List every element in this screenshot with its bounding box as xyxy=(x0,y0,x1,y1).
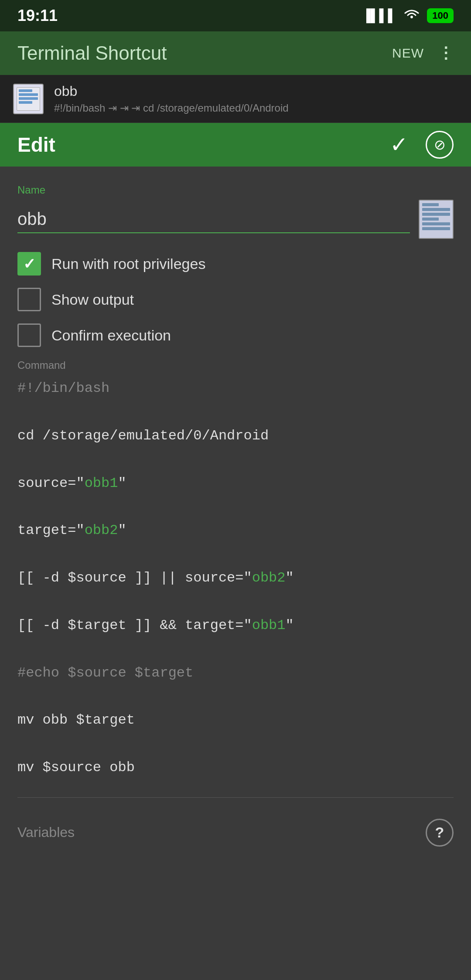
variables-label: Variables xyxy=(17,824,75,840)
divider xyxy=(17,797,454,798)
shortcut-item-script: #!/bin/bash ⇥ ⇥ ⇥ cd /storage/emulated/0… xyxy=(54,102,447,114)
show-output-checkbox[interactable] xyxy=(17,288,41,311)
confirm-execution-checkbox[interactable] xyxy=(17,323,41,347)
command-line: mv $source obb xyxy=(17,756,454,779)
status-bar: 19:11 ▐▌▌▌ 100 xyxy=(0,0,471,31)
run-root-checkbox[interactable]: ✓ xyxy=(17,252,41,276)
edit-actions: ✓ ⊘ xyxy=(390,131,454,159)
new-button[interactable]: NEW xyxy=(392,46,424,61)
command-line: #echo $source $target xyxy=(17,661,454,685)
cancel-button[interactable]: ⊘ xyxy=(426,131,454,159)
checkmark-icon: ✓ xyxy=(23,255,35,272)
shortcut-item-text: obb #!/bin/bash ⇥ ⇥ ⇥ cd /storage/emulat… xyxy=(54,83,458,114)
run-root-row[interactable]: ✓ Run with root privileges xyxy=(17,252,454,276)
show-output-row[interactable]: Show output xyxy=(17,288,454,311)
app-bar: Terminal Shortcut NEW ⋮ xyxy=(0,31,471,75)
edit-bar: Edit ✓ ⊘ xyxy=(0,123,471,167)
confirm-execution-row[interactable]: Confirm execution xyxy=(17,323,454,347)
command-area[interactable]: #!/bin/bash cd /storage/emulated/0/Andro… xyxy=(17,377,454,789)
command-line: [[ -d $target ]] && target="obb1" xyxy=(17,614,454,637)
command-line xyxy=(17,400,454,424)
wifi-icon xyxy=(403,8,420,24)
command-label: Command xyxy=(17,359,454,371)
command-line: [[ -d $source ]] || source="obb2" xyxy=(17,566,454,590)
name-input[interactable] xyxy=(17,206,410,233)
status-icons: ▐▌▌▌ 100 xyxy=(362,8,454,24)
signal-icon: ▐▌▌▌ xyxy=(362,9,396,23)
run-root-label: Run with root privileges xyxy=(51,255,205,272)
help-button[interactable]: ? xyxy=(426,819,454,847)
edit-title: Edit xyxy=(17,133,55,157)
command-line xyxy=(17,732,454,756)
command-line xyxy=(17,543,454,566)
command-line xyxy=(17,448,454,471)
app-title: Terminal Shortcut xyxy=(17,42,167,64)
command-line xyxy=(17,590,454,614)
form-area: Name ✓ Run with root privileges Show out… xyxy=(0,167,471,798)
status-time: 19:11 xyxy=(17,7,58,25)
command-line: source="obb1" xyxy=(17,472,454,495)
shortcut-icon xyxy=(13,84,44,114)
command-line: cd /storage/emulated/0/Android xyxy=(17,424,454,448)
variables-bar: Variables ? xyxy=(0,806,471,859)
doc-thumb-icon xyxy=(419,200,454,239)
name-label: Name xyxy=(17,184,454,196)
app-bar-actions: NEW ⋮ xyxy=(392,44,454,62)
shortcut-item-row[interactable]: obb #!/bin/bash ⇥ ⇥ ⇥ cd /storage/emulat… xyxy=(0,75,471,123)
show-output-label: Show output xyxy=(51,291,134,308)
command-line xyxy=(17,495,454,519)
name-field-group: Name xyxy=(17,184,454,239)
command-line: target="obb2" xyxy=(17,519,454,542)
shortcut-item-name: obb xyxy=(54,83,458,99)
more-options-icon[interactable]: ⋮ xyxy=(438,44,454,62)
help-icon: ? xyxy=(435,824,444,841)
battery-icon: 100 xyxy=(427,8,454,23)
command-line xyxy=(17,637,454,661)
confirm-execution-label: Confirm execution xyxy=(51,327,171,344)
save-button[interactable]: ✓ xyxy=(390,132,408,157)
command-line xyxy=(17,685,454,708)
command-line: #!/bin/bash xyxy=(17,377,454,400)
name-field-row xyxy=(17,200,454,239)
command-line: mv obb $target xyxy=(17,708,454,732)
